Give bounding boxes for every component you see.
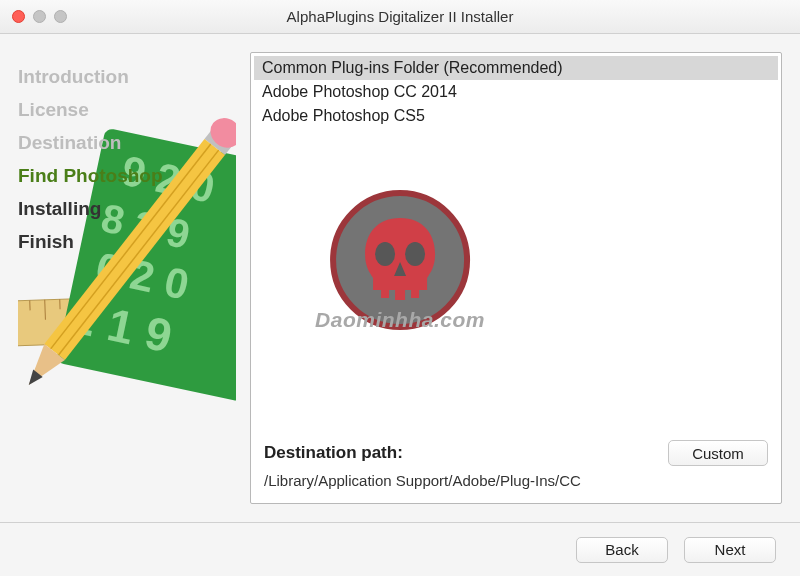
step-introduction: Introduction xyxy=(18,66,236,88)
steps-list: Introduction License Destination Find Ph… xyxy=(18,52,236,253)
step-installing: Installing xyxy=(18,198,236,220)
next-button[interactable]: Next xyxy=(684,537,776,563)
titlebar: AlphaPlugins Digitalizer II Installer xyxy=(0,0,800,34)
custom-button[interactable]: Custom xyxy=(668,440,768,466)
destination-area: Destination path: Custom /Library/Applic… xyxy=(254,430,778,491)
step-license: License xyxy=(18,99,236,121)
back-button[interactable]: Back xyxy=(576,537,668,563)
destination-path: /Library/Application Support/Adobe/Plug-… xyxy=(264,472,768,489)
window-controls xyxy=(12,10,67,23)
svg-line-5 xyxy=(45,300,46,320)
maximize-icon xyxy=(54,10,67,23)
photoshop-list[interactable]: Common Plug-ins Folder (Recommended) Ado… xyxy=(254,56,778,430)
minimize-icon xyxy=(33,10,46,23)
list-item[interactable]: Common Plug-ins Folder (Recommended) xyxy=(254,56,778,80)
close-icon[interactable] xyxy=(12,10,25,23)
window-title: AlphaPlugins Digitalizer II Installer xyxy=(0,8,800,25)
step-finish: Finish xyxy=(18,231,236,253)
footer: Back Next xyxy=(0,522,800,576)
list-item[interactable]: Adobe Photoshop CS5 xyxy=(254,104,778,128)
list-item[interactable]: Adobe Photoshop CC 2014 xyxy=(254,80,778,104)
installer-window: AlphaPlugins Digitalizer II Installer xyxy=(0,0,800,576)
step-find-photoshop: Find Photoshop xyxy=(18,165,236,187)
content-area: 9 2 0 8 3 9 0 2 0 2 1 9 Introductio xyxy=(0,34,800,522)
sidebar: 9 2 0 8 3 9 0 2 0 2 1 9 Introductio xyxy=(18,52,236,504)
destination-label: Destination path: xyxy=(264,443,403,463)
main-panel: Common Plug-ins Folder (Recommended) Ado… xyxy=(250,52,782,504)
step-destination: Destination xyxy=(18,132,236,154)
